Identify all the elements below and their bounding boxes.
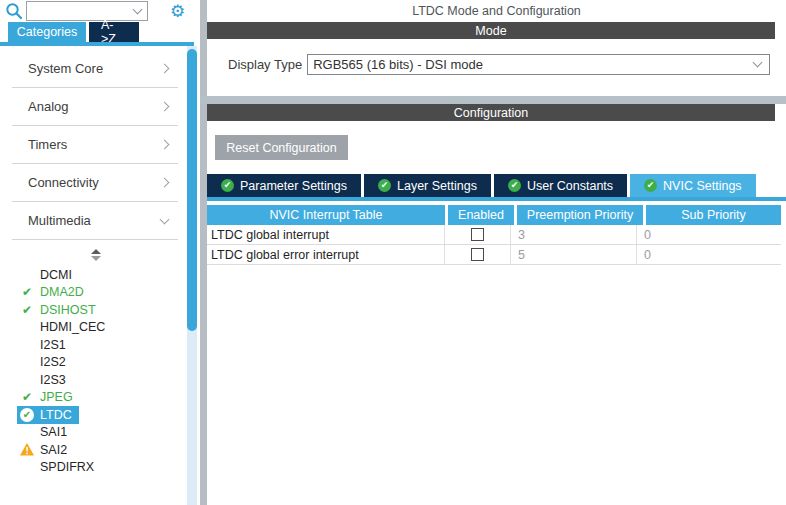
enabled-cell	[445, 245, 511, 264]
tab-label: Layer Settings	[397, 179, 477, 193]
tab-nvic-settings[interactable]: ✔ NVIC Settings	[630, 174, 756, 197]
check-circle-icon: ✔	[19, 407, 35, 422]
panel-splitter[interactable]	[200, 0, 207, 505]
peripheral-dcmi[interactable]: DCMI	[17, 266, 79, 284]
tab-label: User Constants	[527, 179, 613, 193]
sub-priority-cell[interactable]: 0	[637, 225, 781, 244]
peripheral-label: DCMI	[40, 268, 72, 282]
tab-parameter-settings[interactable]: ✔ Parameter Settings	[207, 174, 361, 197]
triangle-up-icon	[91, 249, 101, 254]
peripheral-list: DCMI ✔ DMA2D ✔ DSIHOST HDMI_CEC I2S1 I2S…	[17, 266, 187, 476]
interrupt-name-cell: LTDC global interrupt	[207, 225, 445, 244]
peripheral-label: SPDIFRX	[40, 460, 94, 474]
tab-label: Parameter Settings	[240, 179, 347, 193]
check-icon: ✔	[19, 302, 35, 317]
ltdc-configuration-window: ⚙ Categories A->Z System Core Analog Tim…	[0, 0, 786, 505]
category-system-core[interactable]: System Core	[12, 50, 178, 88]
table-header-row: NVIC Interrupt Table Enabled Preemption …	[207, 205, 781, 225]
sub-priority-cell[interactable]: 0	[637, 245, 781, 264]
peripheral-dma2d[interactable]: ✔ DMA2D	[17, 284, 91, 302]
chevron-down-icon	[160, 214, 170, 224]
check-circle-icon: ✔	[378, 179, 391, 192]
category-label: Timers	[28, 137, 67, 152]
category-label: System Core	[28, 61, 103, 76]
peripheral-label: SAI1	[40, 425, 67, 439]
peripheral-dsihost[interactable]: ✔ DSIHOST	[17, 301, 103, 319]
mode-section-body: Display Type RGB565 (16 bits) - DSI mode	[207, 39, 786, 96]
chevron-right-icon	[160, 64, 170, 74]
sidebar-scrollbar-track[interactable]	[187, 46, 197, 505]
configuration-section-header: Configuration	[207, 104, 775, 121]
preemption-priority-cell[interactable]: 3	[511, 225, 637, 244]
peripheral-ltdc[interactable]: ✔ LTDC	[17, 406, 79, 424]
configuration-tabs: ✔ Parameter Settings ✔ Layer Settings ✔ …	[207, 174, 786, 197]
display-type-select[interactable]: RGB565 (16 bits) - DSI mode	[307, 54, 770, 75]
peripheral-hdmi-cec[interactable]: HDMI_CEC	[17, 319, 112, 337]
peripheral-label: DSIHOST	[40, 303, 96, 317]
category-timers[interactable]: Timers	[12, 126, 178, 164]
check-icon: ✔	[19, 390, 35, 405]
check-circle-icon: ✔	[644, 179, 657, 192]
peripheral-i2s3[interactable]: I2S3	[17, 371, 73, 389]
category-label: Multimedia	[28, 213, 91, 228]
peripheral-label: JPEG	[40, 390, 73, 404]
tab-underline	[207, 197, 786, 201]
column-header-sub-priority: Sub Priority	[646, 205, 781, 225]
peripheral-i2s2[interactable]: I2S2	[17, 354, 73, 372]
peripheral-label: DMA2D	[40, 285, 84, 299]
search-input[interactable]	[26, 1, 148, 21]
chevron-down-icon	[133, 4, 143, 14]
enabled-checkbox[interactable]	[471, 248, 484, 261]
table-row: LTDC global interrupt 3 0	[207, 225, 781, 245]
reset-configuration-button[interactable]: Reset Configuration	[215, 135, 348, 160]
table-row: LTDC global error interrupt 5 0	[207, 245, 781, 265]
peripheral-label: LTDC	[40, 408, 72, 422]
preemption-priority-cell[interactable]: 5	[511, 245, 637, 264]
enabled-cell	[445, 225, 511, 244]
tab-user-constants[interactable]: ✔ User Constants	[494, 174, 627, 197]
category-connectivity[interactable]: Connectivity	[12, 164, 178, 202]
peripheral-label: I2S2	[40, 355, 66, 369]
category-label: Connectivity	[28, 175, 99, 190]
category-multimedia[interactable]: Multimedia	[12, 202, 178, 240]
category-analog[interactable]: Analog	[12, 88, 178, 126]
peripheral-label: I2S3	[40, 373, 66, 387]
check-icon: ✔	[19, 285, 35, 300]
display-type-label: Display Type	[228, 54, 302, 75]
column-header-preemption-priority: Preemption Priority	[517, 205, 643, 225]
tab-categories[interactable]: Categories	[8, 22, 86, 42]
gear-icon[interactable]: ⚙	[170, 3, 185, 20]
page-title: LTDC Mode and Configuration	[207, 0, 786, 22]
peripheral-spdifrx[interactable]: SPDIFRX	[17, 459, 101, 477]
tab-a-to-z[interactable]: A->Z	[89, 22, 139, 42]
chevron-right-icon	[160, 178, 170, 188]
chevron-right-icon	[160, 102, 170, 112]
sidebar-tabs: Categories A->Z	[0, 22, 200, 42]
configuration-section-body: Reset Configuration ✔ Parameter Settings…	[207, 121, 786, 265]
warning-triangle-icon	[19, 442, 35, 457]
nvic-interrupt-table: NVIC Interrupt Table Enabled Preemption …	[207, 205, 781, 265]
mode-section-header: Mode	[207, 22, 775, 39]
peripheral-i2s1[interactable]: I2S1	[17, 336, 73, 354]
peripheral-sidebar: ⚙ Categories A->Z System Core Analog Tim…	[0, 0, 200, 505]
check-circle-icon: ✔	[508, 179, 521, 192]
peripheral-sai2[interactable]: SAI2	[17, 441, 74, 459]
display-type-value: RGB565 (16 bits) - DSI mode	[313, 57, 754, 72]
tab-label: NVIC Settings	[663, 179, 742, 193]
main-panel: LTDC Mode and Configuration Mode Display…	[207, 0, 786, 505]
peripheral-label: HDMI_CEC	[40, 320, 105, 334]
column-header-enabled: Enabled	[448, 205, 514, 225]
triangle-down-icon	[91, 256, 101, 261]
sidebar-tabs-underline	[0, 42, 194, 46]
peripheral-jpeg[interactable]: ✔ JPEG	[17, 389, 80, 407]
peripheral-sai1[interactable]: SAI1	[17, 424, 74, 442]
tab-layer-settings[interactable]: ✔ Layer Settings	[364, 174, 491, 197]
sidebar-scrollbar-thumb[interactable]	[187, 49, 197, 331]
interrupt-name-cell: LTDC global error interrupt	[207, 245, 445, 264]
list-resize-handle-icon[interactable]	[90, 249, 102, 262]
column-header-interrupt: NVIC Interrupt Table	[207, 205, 445, 225]
category-list: System Core Analog Timers Connectivity M…	[12, 50, 178, 240]
enabled-checkbox[interactable]	[471, 228, 484, 241]
peripheral-label: SAI2	[40, 443, 67, 457]
sidebar-search-row: ⚙	[0, 0, 200, 22]
